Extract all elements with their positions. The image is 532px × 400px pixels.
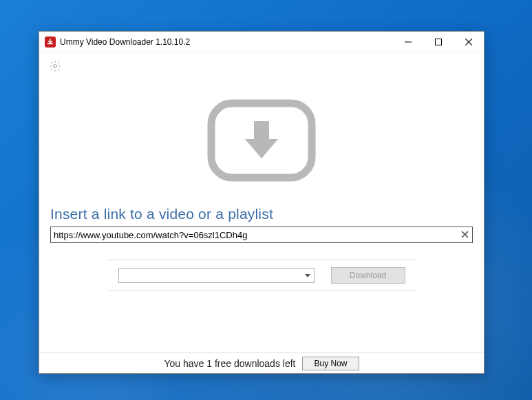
clear-input-button[interactable]	[458, 229, 471, 241]
minimize-button[interactable]	[393, 32, 423, 52]
prompt-label: Insert a link to a video or a playlist	[50, 206, 473, 222]
app-icon	[45, 36, 56, 48]
format-select[interactable]	[118, 268, 315, 283]
free-downloads-status: You have 1 free downloads left	[164, 358, 296, 369]
url-section: Insert a link to a video or a playlist	[39, 206, 484, 243]
settings-button[interactable]	[46, 58, 64, 76]
app-window: Ummy Video Downloader 1.10.10.2	[39, 31, 485, 374]
format-row: Download	[107, 260, 416, 291]
window-controls	[393, 32, 484, 52]
url-input[interactable]	[50, 227, 473, 243]
close-icon	[461, 230, 469, 240]
video-placeholder-icon	[203, 96, 320, 206]
buy-now-button[interactable]: Buy Now	[302, 357, 359, 370]
svg-point-4	[54, 64, 57, 67]
footer: You have 1 free downloads left Buy Now	[39, 352, 484, 373]
main-area: Insert a link to a video or a playlist D…	[39, 76, 484, 352]
titlebar: Ummy Video Downloader 1.10.10.2	[39, 32, 484, 52]
svg-rect-6	[254, 121, 269, 140]
close-button[interactable]	[454, 32, 484, 52]
toolbar	[39, 52, 484, 76]
svg-rect-1	[436, 39, 442, 45]
download-button[interactable]: Download	[331, 267, 405, 284]
gear-icon	[49, 60, 61, 74]
window-title: Ummy Video Downloader 1.10.10.2	[60, 37, 393, 47]
maximize-button[interactable]	[423, 32, 454, 52]
url-row	[50, 227, 473, 243]
